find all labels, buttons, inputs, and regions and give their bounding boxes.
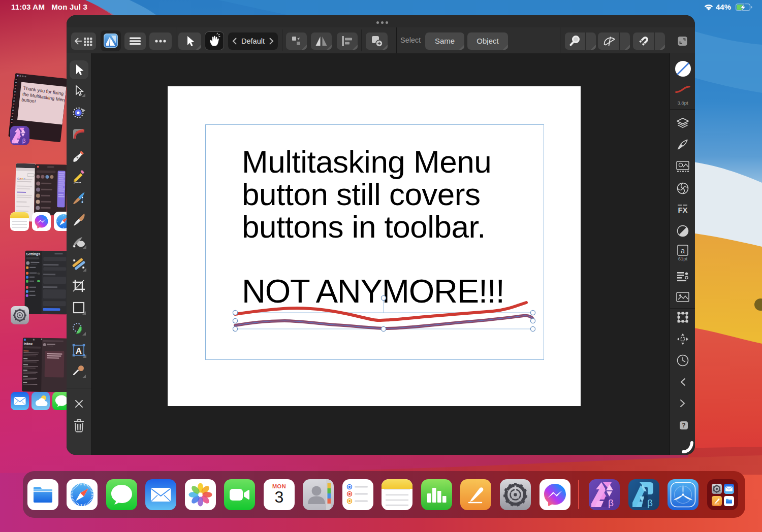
svg-text:FX: FX [678,206,687,214]
svg-text:β: β [647,497,653,508]
svg-text:a: a [681,246,685,255]
svg-text:β: β [608,497,614,508]
svg-text:A: A [76,346,82,356]
svg-text:β: β [22,137,26,144]
